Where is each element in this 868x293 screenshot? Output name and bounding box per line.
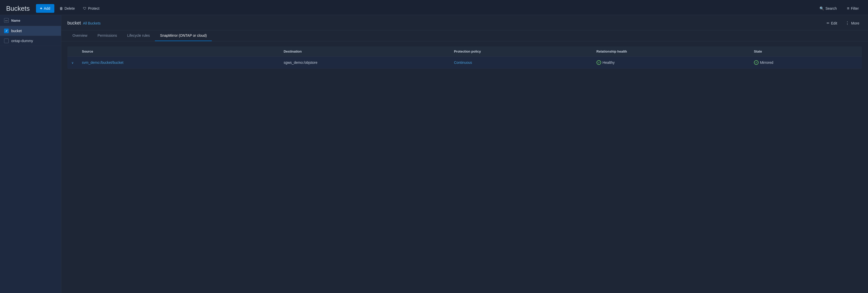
detail-header: bucket All Buckets ✏ Edit ⋮ More	[61, 15, 868, 30]
edit-icon: ✏	[827, 21, 830, 25]
bucket-checkbox[interactable]: ✓	[4, 29, 9, 33]
add-button[interactable]: + Add	[36, 4, 54, 13]
filter-icon: ≡	[847, 6, 849, 11]
more-dots-icon: ⋮	[845, 21, 849, 26]
col-source-header: Source	[78, 47, 280, 57]
more-button[interactable]: ⋮ More	[843, 19, 862, 27]
col-protection-policy-header: Protection policy	[450, 47, 592, 57]
health-checkmark: ✓	[598, 61, 600, 64]
sidebar-item-bucket[interactable]: ✓ bucket	[0, 26, 61, 36]
protect-icon: 🛡	[83, 6, 87, 10]
destination-cell: sgws_demo:/objstore	[280, 57, 450, 69]
protect-button[interactable]: 🛡 Protect	[80, 4, 102, 12]
sidebar-column-header: Name	[11, 19, 20, 23]
detail-panel: bucket All Buckets ✏ Edit ⋮ More	[61, 15, 868, 293]
col-expand-header	[67, 47, 78, 57]
state-checkmark: ✓	[755, 61, 757, 64]
col-relationship-health-header: Relationship health	[592, 47, 750, 57]
col-state-header: State	[750, 47, 862, 57]
header-right: 🔍 Search ≡ Filter	[816, 4, 862, 13]
header: Buckets + Add 🗑 Delete 🛡 Protect 🔍 S	[0, 0, 868, 15]
protect-label: Protect	[88, 6, 99, 10]
state-status: ✓ Mirrored	[754, 60, 858, 65]
breadcrumb: bucket All Buckets	[67, 21, 100, 26]
plus-icon: +	[40, 6, 42, 11]
edit-button[interactable]: ✏ Edit	[824, 20, 840, 27]
filter-button[interactable]: ≡ Filter	[844, 4, 862, 13]
expand-cell[interactable]: ∨	[67, 57, 78, 69]
tab-overview[interactable]: Overview	[67, 30, 92, 41]
protection-policy-link[interactable]: Continuous	[454, 60, 472, 65]
delete-icon: 🗑	[59, 6, 63, 10]
detail-actions: ✏ Edit ⋮ More	[824, 19, 862, 27]
table-header-row: Source Destination Protection policy Rel…	[67, 47, 862, 57]
health-status-icon: ✓	[596, 60, 601, 65]
search-label: Search	[826, 6, 837, 10]
relationship-health-cell: ✓ Healthy	[592, 57, 750, 69]
edit-label: Edit	[831, 21, 837, 25]
filter-label: Filter	[851, 6, 859, 10]
source-cell: svm_demo:/bucket/bucket	[78, 57, 280, 69]
sidebar-header: — Name	[0, 15, 61, 26]
state-label: Mirrored	[760, 60, 773, 65]
bucket-label: bucket	[11, 29, 22, 33]
state-status-icon: ✓	[754, 60, 758, 65]
expand-icon[interactable]: ∨	[71, 61, 74, 65]
health-label: Healthy	[603, 60, 615, 65]
table-area: Source Destination Protection policy Rel…	[61, 41, 868, 293]
page-title: Buckets	[6, 5, 30, 12]
breadcrumb-current: bucket	[67, 21, 81, 26]
table-row: ∨ svm_demo:/bucket/bucket sgws_demo:/obj…	[67, 57, 862, 69]
delete-button[interactable]: 🗑 Delete	[56, 4, 78, 12]
protection-policy-cell: Continuous	[450, 57, 592, 69]
search-button[interactable]: 🔍 Search	[816, 4, 840, 12]
header-actions: + Add 🗑 Delete 🛡 Protect	[36, 4, 102, 13]
header-left: Buckets + Add 🗑 Delete 🛡 Protect	[6, 4, 102, 13]
sidebar-item-ontap-dummy[interactable]: ontap-dummy	[0, 36, 61, 46]
app-container: Buckets + Add 🗑 Delete 🛡 Protect 🔍 S	[0, 0, 868, 293]
search-icon: 🔍	[819, 6, 824, 10]
more-label: More	[851, 21, 859, 25]
main-content: — Name ✓ bucket ontap-dummy b	[0, 15, 868, 293]
snapmirror-table: Source Destination Protection policy Rel…	[67, 47, 862, 69]
breadcrumb-link[interactable]: All Buckets	[83, 21, 100, 25]
select-all-checkbox[interactable]: —	[4, 18, 9, 23]
tab-lifecycle[interactable]: Lifecycle rules	[122, 30, 155, 41]
ontap-dummy-label: ontap-dummy	[11, 39, 33, 43]
col-destination-header: Destination	[280, 47, 450, 57]
health-status: ✓ Healthy	[596, 60, 746, 65]
add-label: Add	[44, 6, 50, 10]
state-cell: ✓ Mirrored	[750, 57, 862, 69]
source-link[interactable]: svm_demo:/bucket/bucket	[82, 60, 123, 65]
sidebar: — Name ✓ bucket ontap-dummy	[0, 15, 61, 293]
ontap-dummy-checkbox[interactable]	[4, 38, 9, 43]
tab-snapmirror[interactable]: SnapMirror (ONTAP or cloud)	[155, 30, 212, 41]
tab-permissions[interactable]: Permissions	[92, 30, 122, 41]
tabs: Overview Permissions Lifecycle rules Sna…	[61, 30, 868, 41]
delete-label: Delete	[65, 6, 75, 10]
